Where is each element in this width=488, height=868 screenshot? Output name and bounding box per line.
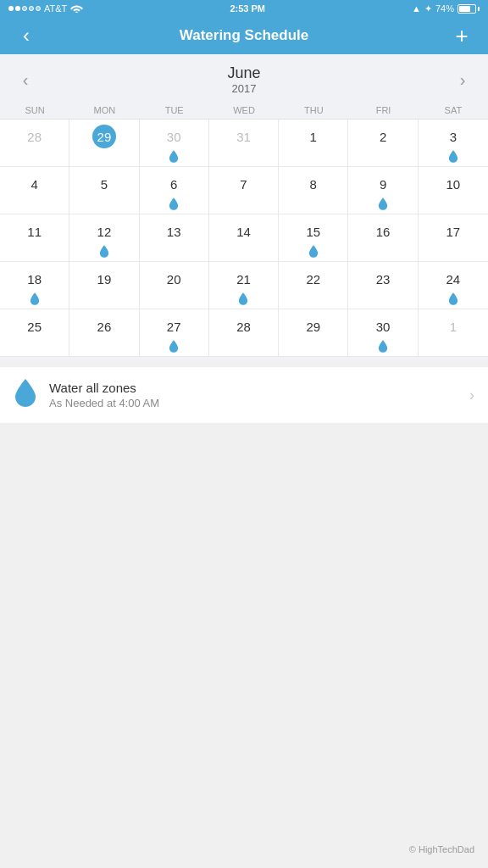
day-number: 22: [302, 267, 325, 291]
calendar-day[interactable]: 31: [209, 120, 279, 167]
schedule-title: Water all zones: [49, 381, 469, 395]
calendar-day[interactable]: 18: [0, 262, 69, 309]
calendar-day[interactable]: 30: [140, 120, 209, 167]
footer: © HighTechDad: [409, 844, 474, 854]
copyright-text: © HighTechDad: [409, 844, 474, 854]
day-number: 31: [231, 125, 255, 148]
dow-header: TUE: [140, 103, 209, 117]
calendar-day[interactable]: 28: [0, 120, 69, 167]
location-icon: ▲: [412, 3, 421, 14]
add-button[interactable]: +: [449, 25, 474, 47]
calendar-day[interactable]: 12: [69, 214, 139, 262]
month-title: June 2017: [227, 64, 260, 95]
schedule-subtitle: As Needed at 4:00 AM: [49, 397, 469, 409]
prev-month-button[interactable]: ‹: [14, 70, 37, 90]
month-year: 2017: [227, 82, 260, 95]
calendar-day[interactable]: 29: [69, 120, 139, 167]
calendar-day[interactable]: 10: [419, 167, 488, 214]
day-number: 29: [302, 314, 325, 338]
calendar-section: ‹ June 2017 › SUNMONTUEWEDTHUFRISAT 2829…: [0, 54, 488, 360]
back-button[interactable]: ‹: [14, 24, 39, 47]
dow-header: THU: [279, 103, 348, 117]
calendar-day[interactable]: 15: [279, 214, 348, 262]
calendar-day[interactable]: 4: [0, 167, 69, 214]
calendar-day[interactable]: 9: [348, 167, 418, 214]
calendar-day[interactable]: 13: [140, 214, 209, 262]
dow-header: FRI: [348, 103, 418, 117]
status-time: 2:53 PM: [230, 3, 265, 14]
day-number: 27: [162, 314, 186, 338]
calendar-day[interactable]: 16: [348, 214, 418, 262]
nav-bar: ‹ Watering Schedule +: [0, 17, 488, 54]
day-number: 5: [92, 172, 116, 196]
carrier-label: AT&T: [44, 3, 67, 14]
water-drop-indicator: [169, 340, 179, 356]
water-drop-indicator: [448, 292, 458, 309]
status-right: ▲ ✦ 74%: [412, 3, 480, 14]
day-number: 28: [231, 314, 255, 338]
calendar-grid: 282930 31123 456 789 101112 131415 16171…: [0, 119, 488, 357]
day-number: 30: [371, 314, 395, 338]
calendar-day[interactable]: 25: [0, 309, 69, 357]
calendar-day[interactable]: 14: [209, 214, 279, 262]
day-number: 29: [92, 125, 116, 148]
day-number: 21: [231, 267, 255, 291]
calendar-day[interactable]: 1: [419, 309, 488, 357]
calendar-day[interactable]: 22: [279, 262, 348, 309]
water-drop-indicator: [169, 198, 179, 214]
days-of-week: SUNMONTUEWEDTHUFRISAT: [0, 100, 488, 119]
dow-header: SAT: [419, 103, 488, 117]
day-number: 24: [441, 267, 465, 291]
calendar-day[interactable]: 11: [0, 214, 69, 262]
calendar-day[interactable]: 29: [279, 309, 348, 357]
schedule-list: Water all zones As Needed at 4:00 AM ›: [0, 367, 488, 424]
day-number: 28: [23, 125, 47, 148]
calendar-day[interactable]: 3: [419, 120, 488, 167]
day-number: 19: [92, 267, 116, 291]
calendar-day[interactable]: 5: [69, 167, 139, 214]
calendar-day[interactable]: 7: [209, 167, 279, 214]
day-number: 8: [302, 172, 325, 196]
schedule-item[interactable]: Water all zones As Needed at 4:00 AM ›: [0, 367, 488, 424]
calendar-day[interactable]: 8: [279, 167, 348, 214]
schedule-text: Water all zones As Needed at 4:00 AM: [49, 381, 469, 409]
calendar-day[interactable]: 30: [348, 309, 418, 357]
calendar-day[interactable]: 26: [69, 309, 139, 357]
calendar-day[interactable]: 19: [69, 262, 139, 309]
chevron-right-icon: ›: [469, 387, 474, 404]
day-number: 6: [162, 172, 186, 196]
water-drop-indicator: [448, 150, 458, 166]
calendar-day[interactable]: 21: [209, 262, 279, 309]
day-number: 12: [92, 220, 116, 243]
calendar-day[interactable]: 2: [348, 120, 418, 167]
month-header: ‹ June 2017 ›: [0, 54, 488, 100]
calendar-day[interactable]: 24: [419, 262, 488, 309]
day-number: 10: [441, 172, 465, 196]
day-number: 14: [231, 220, 255, 243]
calendar-day[interactable]: 20: [140, 262, 209, 309]
day-number: 9: [371, 172, 395, 196]
day-number: 18: [23, 267, 47, 291]
wifi-icon: [70, 3, 83, 14]
water-drop-indicator: [378, 198, 388, 214]
calendar-day[interactable]: 23: [348, 262, 418, 309]
month-name: June: [227, 64, 260, 82]
calendar-day[interactable]: 1: [279, 120, 348, 167]
day-number: 7: [231, 172, 255, 196]
next-month-button[interactable]: ›: [451, 70, 474, 90]
day-number: 13: [162, 220, 186, 243]
water-drop-indicator: [99, 245, 109, 261]
day-number: 4: [23, 172, 47, 196]
day-number: 26: [92, 314, 116, 338]
day-number: 20: [162, 267, 186, 291]
status-bar: AT&T 2:53 PM ▲ ✦ 74%: [0, 0, 488, 17]
calendar-day[interactable]: 27: [140, 309, 209, 357]
calendar-day[interactable]: 17: [419, 214, 488, 262]
day-number: 25: [23, 314, 47, 338]
dow-header: SUN: [0, 103, 69, 117]
calendar-day[interactable]: 28: [209, 309, 279, 357]
signal-icon: [8, 6, 41, 11]
battery-percent: 74%: [435, 3, 454, 14]
dow-header: WED: [209, 103, 279, 117]
calendar-day[interactable]: 6: [140, 167, 209, 214]
